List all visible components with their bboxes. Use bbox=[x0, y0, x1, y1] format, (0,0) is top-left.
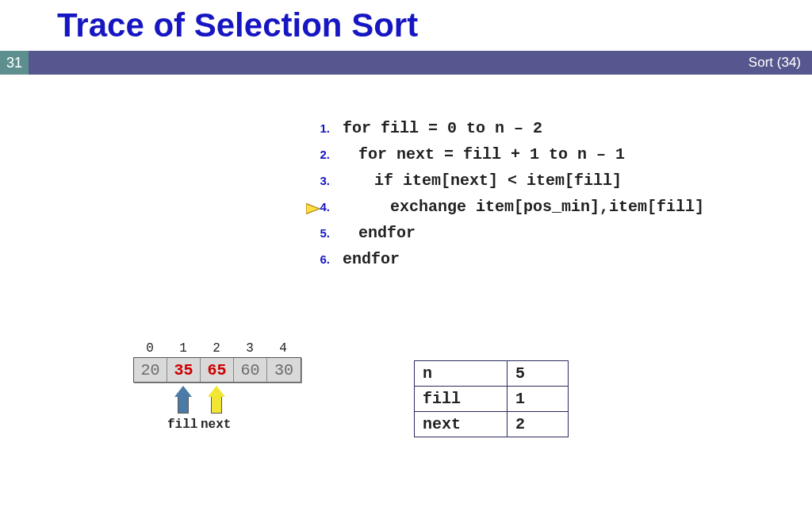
code-line-number: 1. bbox=[298, 121, 343, 135]
var-name: n bbox=[415, 361, 508, 387]
current-line-pointer-icon bbox=[306, 203, 320, 214]
array-index: 2 bbox=[200, 341, 233, 356]
variables-table: n5fill1next2 bbox=[414, 360, 569, 437]
code-line-number: 4. bbox=[298, 200, 343, 214]
array-index: 3 bbox=[233, 341, 266, 356]
code-line-number: 3. bbox=[298, 174, 343, 187]
var-value: 1 bbox=[508, 387, 569, 412]
fill-pointer-arrow-icon bbox=[174, 386, 192, 413]
slide-number-badge: 31 bbox=[0, 51, 29, 75]
array-cell: 20 bbox=[134, 358, 167, 382]
array-pointer-row bbox=[133, 386, 301, 416]
table-row: fill1 bbox=[415, 387, 569, 412]
page-title: Trace of Selection Sort bbox=[57, 6, 418, 44]
pseudocode: 1.for fill = 0 to n – 22.for next = fill… bbox=[298, 119, 704, 276]
array-index: 1 bbox=[167, 341, 200, 356]
code-line: 3.if item[next] < item[fill] bbox=[298, 171, 704, 190]
array-cell: 35 bbox=[167, 358, 201, 382]
var-value: 5 bbox=[508, 361, 569, 387]
code-line-text: for fill = 0 to n – 2 bbox=[343, 119, 542, 137]
code-line-number: 6. bbox=[298, 252, 343, 266]
array-row: 2035656030 bbox=[133, 357, 301, 383]
next-pointer-label: next bbox=[201, 418, 231, 432]
array-index: 4 bbox=[266, 341, 300, 356]
code-line: 5.endfor bbox=[298, 224, 704, 242]
table-row: n5 bbox=[415, 361, 569, 387]
var-name: fill bbox=[415, 387, 508, 412]
header-bar bbox=[0, 51, 812, 75]
array-cell: 65 bbox=[201, 358, 234, 382]
fill-pointer-label: fill bbox=[167, 418, 197, 432]
code-line-text: if item[next] < item[fill] bbox=[343, 171, 622, 190]
code-line-text: endfor bbox=[343, 224, 416, 242]
code-line-text: endfor bbox=[343, 250, 400, 268]
code-line-number: 5. bbox=[298, 226, 343, 240]
var-value: 2 bbox=[508, 412, 569, 437]
array-visualization: 01234 2035656030 fillnext bbox=[133, 341, 301, 433]
array-cell: 30 bbox=[267, 358, 301, 382]
code-line-number: 2. bbox=[298, 148, 343, 161]
code-line: 6.endfor bbox=[298, 250, 704, 268]
table-row: next2 bbox=[415, 412, 569, 437]
header-bar-right: Sort (34) bbox=[749, 51, 801, 75]
code-line-text: for next = fill + 1 to n – 1 bbox=[343, 145, 625, 164]
var-name: next bbox=[415, 412, 508, 437]
array-index-row: 01234 bbox=[133, 341, 301, 356]
code-line: 1.for fill = 0 to n – 2 bbox=[298, 119, 704, 137]
array-index: 0 bbox=[133, 341, 167, 356]
code-line-text: exchange item[pos_min],item[fill] bbox=[343, 198, 704, 216]
next-pointer-arrow-icon bbox=[208, 386, 225, 413]
code-line: 4.exchange item[pos_min],item[fill] bbox=[298, 198, 704, 216]
array-cell: 60 bbox=[234, 358, 267, 382]
code-line: 2.for next = fill + 1 to n – 1 bbox=[298, 145, 704, 164]
array-pointer-labels: fillnext bbox=[133, 418, 301, 433]
